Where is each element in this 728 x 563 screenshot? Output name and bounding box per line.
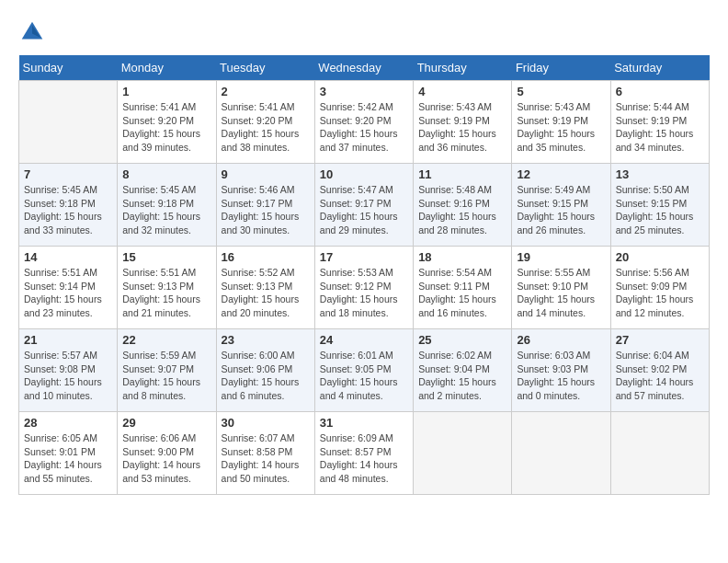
- calendar-cell: 17Sunrise: 5:53 AMSunset: 9:12 PMDayligh…: [314, 247, 413, 329]
- day-number: 5: [517, 85, 605, 98]
- calendar-week-1: 1Sunrise: 5:41 AMSunset: 9:20 PMDaylight…: [19, 81, 710, 164]
- day-info: Sunrise: 5:48 AMSunset: 9:16 PMDaylight:…: [418, 183, 506, 237]
- calendar-cell: 7Sunrise: 5:45 AMSunset: 9:18 PMDaylight…: [19, 164, 118, 247]
- day-info: Sunrise: 5:51 AMSunset: 9:13 PMDaylight:…: [122, 266, 210, 320]
- day-info: Sunrise: 5:54 AMSunset: 9:11 PMDaylight:…: [418, 266, 506, 320]
- day-header-friday: Friday: [512, 55, 610, 81]
- calendar-cell: 15Sunrise: 5:51 AMSunset: 9:13 PMDayligh…: [118, 247, 216, 329]
- day-info: Sunrise: 5:59 AMSunset: 9:07 PMDaylight:…: [122, 349, 210, 403]
- calendar-cell: 29Sunrise: 6:06 AMSunset: 9:00 PMDayligh…: [118, 412, 216, 495]
- calendar-cell: 14Sunrise: 5:51 AMSunset: 9:14 PMDayligh…: [19, 247, 118, 329]
- calendar-cell: [19, 81, 118, 164]
- calendar-cell: 9Sunrise: 5:46 AMSunset: 9:17 PMDaylight…: [216, 164, 314, 247]
- day-number: 21: [24, 333, 112, 347]
- day-number: 30: [222, 416, 310, 430]
- day-number: 17: [320, 250, 408, 264]
- calendar-cell: 19Sunrise: 5:55 AMSunset: 9:10 PMDayligh…: [512, 247, 610, 329]
- calendar-cell: 1Sunrise: 5:41 AMSunset: 9:20 PMDaylight…: [118, 81, 216, 164]
- day-info: Sunrise: 6:05 AMSunset: 9:01 PMDaylight:…: [24, 431, 112, 486]
- day-info: Sunrise: 5:50 AMSunset: 9:15 PMDaylight:…: [616, 183, 704, 237]
- day-number: 2: [222, 85, 310, 98]
- calendar-cell: 27Sunrise: 6:04 AMSunset: 9:02 PMDayligh…: [610, 329, 709, 412]
- day-number: 19: [517, 250, 605, 264]
- day-info: Sunrise: 5:45 AMSunset: 9:18 PMDaylight:…: [24, 183, 112, 237]
- calendar-week-4: 21Sunrise: 5:57 AMSunset: 9:08 PMDayligh…: [19, 329, 710, 412]
- day-number: 15: [122, 250, 210, 264]
- calendar-cell: 26Sunrise: 6:03 AMSunset: 9:03 PMDayligh…: [512, 329, 610, 412]
- calendar-cell: 31Sunrise: 6:09 AMSunset: 8:57 PMDayligh…: [314, 412, 413, 495]
- calendar-cell: 12Sunrise: 5:49 AMSunset: 9:15 PMDayligh…: [512, 164, 610, 247]
- day-info: Sunrise: 5:57 AMSunset: 9:08 PMDaylight:…: [24, 349, 112, 403]
- day-number: 20: [616, 250, 704, 264]
- day-number: 25: [418, 333, 506, 347]
- day-number: 23: [222, 333, 310, 347]
- calendar-week-3: 14Sunrise: 5:51 AMSunset: 9:14 PMDayligh…: [19, 247, 710, 329]
- day-number: 10: [320, 167, 408, 181]
- calendar-table: SundayMondayTuesdayWednesdayThursdayFrid…: [18, 55, 710, 495]
- day-info: Sunrise: 5:53 AMSunset: 9:12 PMDaylight:…: [320, 266, 408, 320]
- day-number: 14: [24, 250, 112, 264]
- day-info: Sunrise: 5:44 AMSunset: 9:19 PMDaylight:…: [616, 100, 704, 155]
- day-number: 13: [616, 167, 704, 181]
- calendar-cell: 13Sunrise: 5:50 AMSunset: 9:15 PMDayligh…: [610, 164, 709, 247]
- calendar-cell: 24Sunrise: 6:01 AMSunset: 9:05 PMDayligh…: [314, 329, 413, 412]
- calendar-cell: 30Sunrise: 6:07 AMSunset: 8:58 PMDayligh…: [216, 412, 314, 495]
- calendar-cell: 25Sunrise: 6:02 AMSunset: 9:04 PMDayligh…: [414, 329, 512, 412]
- day-number: 31: [320, 416, 408, 430]
- day-info: Sunrise: 5:41 AMSunset: 9:20 PMDaylight:…: [122, 100, 210, 155]
- day-info: Sunrise: 6:03 AMSunset: 9:03 PMDaylight:…: [517, 349, 605, 403]
- calendar-week-5: 28Sunrise: 6:05 AMSunset: 9:01 PMDayligh…: [19, 412, 710, 495]
- day-info: Sunrise: 6:07 AMSunset: 8:58 PMDaylight:…: [222, 431, 310, 486]
- calendar-cell: 23Sunrise: 6:00 AMSunset: 9:06 PMDayligh…: [216, 329, 314, 412]
- calendar-cell: 18Sunrise: 5:54 AMSunset: 9:11 PMDayligh…: [414, 247, 512, 329]
- day-number: 24: [320, 333, 408, 347]
- day-info: Sunrise: 5:56 AMSunset: 9:09 PMDaylight:…: [616, 266, 704, 320]
- calendar-cell: 11Sunrise: 5:48 AMSunset: 9:16 PMDayligh…: [414, 164, 512, 247]
- page-header: [18, 18, 710, 46]
- day-info: Sunrise: 5:46 AMSunset: 9:17 PMDaylight:…: [222, 183, 310, 237]
- day-info: Sunrise: 5:45 AMSunset: 9:18 PMDaylight:…: [122, 183, 210, 237]
- calendar-cell: 4Sunrise: 5:43 AMSunset: 9:19 PMDaylight…: [414, 81, 512, 164]
- day-number: 4: [418, 85, 506, 98]
- calendar-cell: 8Sunrise: 5:45 AMSunset: 9:18 PMDaylight…: [118, 164, 216, 247]
- day-header-thursday: Thursday: [414, 55, 512, 81]
- day-number: 12: [517, 167, 605, 181]
- calendar-cell: 5Sunrise: 5:43 AMSunset: 9:19 PMDaylight…: [512, 81, 610, 164]
- day-number: 1: [122, 85, 210, 98]
- day-number: 3: [320, 85, 408, 98]
- day-header-monday: Monday: [118, 55, 216, 81]
- day-header-saturday: Saturday: [610, 55, 709, 81]
- day-info: Sunrise: 6:06 AMSunset: 9:00 PMDaylight:…: [122, 431, 210, 486]
- day-info: Sunrise: 5:55 AMSunset: 9:10 PMDaylight:…: [517, 266, 605, 320]
- calendar-header-row: SundayMondayTuesdayWednesdayThursdayFrid…: [19, 55, 710, 81]
- day-info: Sunrise: 6:02 AMSunset: 9:04 PMDaylight:…: [418, 349, 506, 403]
- day-number: 11: [418, 167, 506, 181]
- calendar-cell: 28Sunrise: 6:05 AMSunset: 9:01 PMDayligh…: [19, 412, 118, 495]
- calendar-week-2: 7Sunrise: 5:45 AMSunset: 9:18 PMDaylight…: [19, 164, 710, 247]
- day-header-wednesday: Wednesday: [314, 55, 413, 81]
- day-info: Sunrise: 6:00 AMSunset: 9:06 PMDaylight:…: [222, 349, 310, 403]
- day-number: 6: [616, 85, 704, 98]
- day-header-sunday: Sunday: [19, 55, 118, 81]
- calendar-cell: 3Sunrise: 5:42 AMSunset: 9:20 PMDaylight…: [314, 81, 413, 164]
- day-info: Sunrise: 5:47 AMSunset: 9:17 PMDaylight:…: [320, 183, 408, 237]
- day-number: 29: [122, 416, 210, 430]
- day-info: Sunrise: 5:41 AMSunset: 9:20 PMDaylight:…: [222, 100, 310, 155]
- day-info: Sunrise: 5:43 AMSunset: 9:19 PMDaylight:…: [517, 100, 605, 155]
- day-number: 7: [24, 167, 112, 181]
- day-number: 26: [517, 333, 605, 347]
- day-info: Sunrise: 6:04 AMSunset: 9:02 PMDaylight:…: [616, 349, 704, 403]
- day-header-tuesday: Tuesday: [216, 55, 314, 81]
- calendar-cell: 16Sunrise: 5:52 AMSunset: 9:13 PMDayligh…: [216, 247, 314, 329]
- day-number: 28: [24, 416, 112, 430]
- calendar-cell: [414, 412, 512, 495]
- calendar-cell: [610, 412, 709, 495]
- calendar-cell: 20Sunrise: 5:56 AMSunset: 9:09 PMDayligh…: [610, 247, 709, 329]
- day-info: Sunrise: 5:42 AMSunset: 9:20 PMDaylight:…: [320, 100, 408, 155]
- logo: [18, 18, 50, 46]
- calendar-cell: [512, 412, 610, 495]
- logo-icon: [18, 18, 46, 46]
- calendar-cell: 22Sunrise: 5:59 AMSunset: 9:07 PMDayligh…: [118, 329, 216, 412]
- day-number: 18: [418, 250, 506, 264]
- day-number: 9: [222, 167, 310, 181]
